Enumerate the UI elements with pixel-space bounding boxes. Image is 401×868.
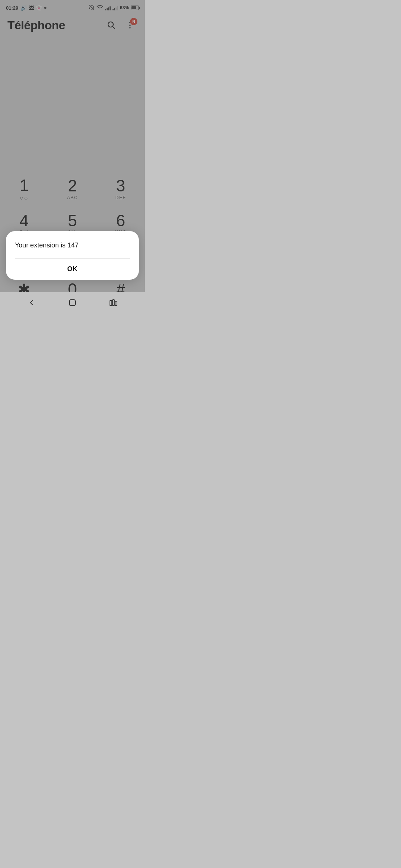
- dialog-message: Your extension is 147: [15, 241, 130, 258]
- svg-rect-5: [110, 300, 112, 306]
- svg-rect-6: [113, 300, 114, 306]
- svg-rect-7: [115, 301, 117, 306]
- recents-button[interactable]: [105, 295, 121, 311]
- back-button[interactable]: [23, 295, 40, 311]
- home-button[interactable]: [64, 295, 81, 311]
- svg-rect-4: [69, 300, 75, 306]
- extension-dialog: Your extension is 147 OK: [6, 231, 139, 280]
- dialog-ok-button[interactable]: OK: [15, 259, 130, 280]
- navigation-bar: [0, 292, 145, 313]
- dialog-overlay: Your extension is 147 OK: [0, 0, 145, 313]
